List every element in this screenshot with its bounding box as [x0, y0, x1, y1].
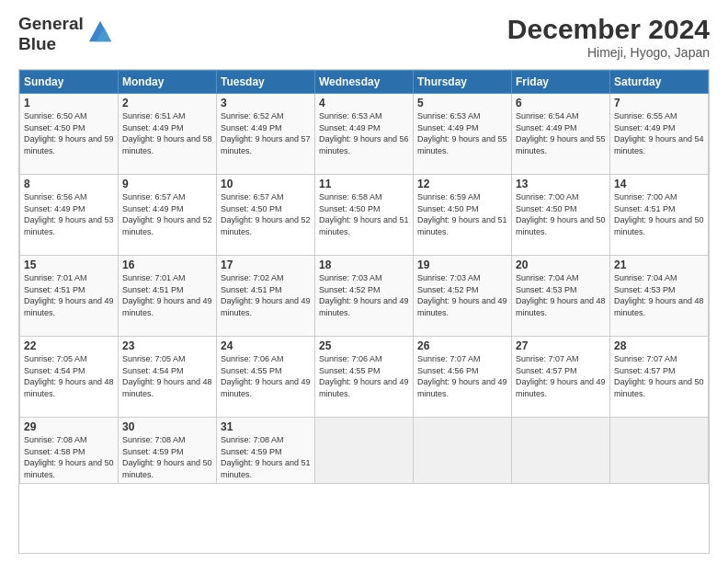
day-info: Sunrise: 6:57 AMSunset: 4:50 PMDaylight:…	[221, 191, 311, 237]
calendar-week-5: 29 Sunrise: 7:08 AMSunset: 4:58 PMDaylig…	[20, 418, 709, 484]
day-number: 8	[24, 178, 114, 190]
day-number: 6	[516, 97, 606, 109]
main-title: December 2024	[507, 14, 710, 45]
day-number: 21	[614, 259, 704, 271]
calendar-cell: 26 Sunrise: 7:07 AMSunset: 4:56 PMDaylig…	[414, 337, 512, 418]
calendar-cell: 18 Sunrise: 7:03 AMSunset: 4:52 PMDaylig…	[315, 256, 414, 337]
calendar-cell: 27 Sunrise: 7:07 AMSunset: 4:57 PMDaylig…	[512, 337, 610, 418]
day-info: Sunrise: 7:02 AMSunset: 4:51 PMDaylight:…	[221, 272, 311, 318]
day-number: 25	[319, 339, 409, 352]
calendar: SundayMondayTuesdayWednesdayThursdayFrid…	[18, 69, 710, 554]
calendar-week-2: 8 Sunrise: 6:56 AMSunset: 4:49 PMDayligh…	[20, 175, 709, 256]
day-info: Sunrise: 7:08 AMSunset: 4:59 PMDaylight:…	[221, 434, 311, 480]
calendar-cell: 6 Sunrise: 6:54 AMSunset: 4:49 PMDayligh…	[512, 94, 610, 175]
day-header-sunday: Sunday	[20, 71, 119, 94]
day-number: 13	[516, 178, 606, 190]
day-header-monday: Monday	[119, 71, 217, 94]
subtitle: Himeji, Hyogo, Japan	[507, 45, 710, 60]
header: GeneralBlue December 2024 Himeji, Hyogo,…	[18, 14, 710, 60]
day-number: 19	[417, 259, 507, 271]
day-info: Sunrise: 7:04 AMSunset: 4:53 PMDaylight:…	[614, 272, 704, 318]
day-info: Sunrise: 6:51 AMSunset: 4:49 PMDaylight:…	[122, 110, 212, 156]
day-number: 31	[221, 420, 311, 433]
calendar-cell: 12 Sunrise: 6:59 AMSunset: 4:50 PMDaylig…	[414, 175, 512, 256]
day-info: Sunrise: 7:07 AMSunset: 4:57 PMDaylight:…	[516, 353, 606, 399]
calendar-cell	[414, 418, 512, 484]
calendar-cell: 13 Sunrise: 7:00 AMSunset: 4:50 PMDaylig…	[512, 175, 610, 256]
day-header-thursday: Thursday	[414, 71, 512, 94]
day-number: 3	[221, 97, 311, 109]
day-number: 4	[319, 97, 409, 109]
calendar-cell	[610, 418, 709, 484]
calendar-cell: 25 Sunrise: 7:06 AMSunset: 4:55 PMDaylig…	[315, 337, 414, 418]
day-number: 28	[614, 339, 704, 352]
calendar-cell: 11 Sunrise: 6:58 AMSunset: 4:50 PMDaylig…	[315, 175, 414, 256]
day-info: Sunrise: 7:08 AMSunset: 4:59 PMDaylight:…	[122, 434, 212, 480]
day-info: Sunrise: 7:00 AMSunset: 4:51 PMDaylight:…	[614, 191, 704, 237]
day-info: Sunrise: 7:03 AMSunset: 4:52 PMDaylight:…	[417, 272, 507, 318]
day-number: 20	[516, 259, 606, 271]
day-number: 29	[24, 420, 114, 433]
calendar-cell: 3 Sunrise: 6:52 AMSunset: 4:49 PMDayligh…	[217, 94, 315, 175]
day-info: Sunrise: 6:53 AMSunset: 4:49 PMDaylight:…	[319, 110, 409, 156]
calendar-cell: 7 Sunrise: 6:55 AMSunset: 4:49 PMDayligh…	[610, 94, 709, 175]
calendar-cell: 5 Sunrise: 6:53 AMSunset: 4:49 PMDayligh…	[414, 94, 512, 175]
calendar-cell: 24 Sunrise: 7:06 AMSunset: 4:55 PMDaylig…	[217, 337, 315, 418]
day-number: 11	[319, 178, 409, 190]
day-info: Sunrise: 6:53 AMSunset: 4:49 PMDaylight:…	[417, 110, 507, 156]
day-info: Sunrise: 6:56 AMSunset: 4:49 PMDaylight:…	[24, 191, 114, 237]
calendar-cell: 28 Sunrise: 7:07 AMSunset: 4:57 PMDaylig…	[610, 337, 709, 418]
day-number: 18	[319, 259, 409, 271]
calendar-cell: 16 Sunrise: 7:01 AMSunset: 4:51 PMDaylig…	[119, 256, 217, 337]
day-info: Sunrise: 7:01 AMSunset: 4:51 PMDaylight:…	[24, 272, 114, 318]
calendar-cell: 15 Sunrise: 7:01 AMSunset: 4:51 PMDaylig…	[20, 256, 119, 337]
day-number: 24	[221, 339, 311, 352]
day-info: Sunrise: 7:03 AMSunset: 4:52 PMDaylight:…	[319, 272, 409, 318]
day-info: Sunrise: 7:01 AMSunset: 4:51 PMDaylight:…	[122, 272, 212, 318]
day-info: Sunrise: 7:06 AMSunset: 4:55 PMDaylight:…	[221, 353, 311, 399]
day-number: 17	[221, 259, 311, 271]
day-info: Sunrise: 7:07 AMSunset: 4:57 PMDaylight:…	[614, 353, 704, 399]
calendar-cell: 4 Sunrise: 6:53 AMSunset: 4:49 PMDayligh…	[315, 94, 414, 175]
day-number: 9	[122, 178, 212, 190]
calendar-header-row: SundayMondayTuesdayWednesdayThursdayFrid…	[20, 71, 709, 94]
day-number: 12	[417, 178, 507, 190]
day-info: Sunrise: 6:58 AMSunset: 4:50 PMDaylight:…	[319, 191, 409, 237]
calendar-cell: 9 Sunrise: 6:57 AMSunset: 4:49 PMDayligh…	[119, 175, 217, 256]
day-info: Sunrise: 6:59 AMSunset: 4:50 PMDaylight:…	[417, 191, 507, 237]
day-number: 2	[122, 97, 212, 109]
calendar-cell: 19 Sunrise: 7:03 AMSunset: 4:52 PMDaylig…	[414, 256, 512, 337]
day-info: Sunrise: 7:06 AMSunset: 4:55 PMDaylight:…	[319, 353, 409, 399]
page: GeneralBlue December 2024 Himeji, Hyogo,…	[0, 0, 728, 563]
calendar-cell	[512, 418, 610, 484]
logo-text: GeneralBlue	[18, 14, 84, 54]
day-number: 7	[614, 97, 704, 109]
day-info: Sunrise: 7:08 AMSunset: 4:58 PMDaylight:…	[24, 434, 114, 480]
calendar-cell: 22 Sunrise: 7:05 AMSunset: 4:54 PMDaylig…	[20, 337, 119, 418]
day-number: 5	[417, 97, 507, 109]
calendar-cell: 10 Sunrise: 6:57 AMSunset: 4:50 PMDaylig…	[217, 175, 315, 256]
day-info: Sunrise: 6:50 AMSunset: 4:50 PMDaylight:…	[24, 110, 114, 156]
day-number: 22	[24, 339, 114, 352]
calendar-week-1: 1 Sunrise: 6:50 AMSunset: 4:50 PMDayligh…	[20, 94, 709, 175]
day-header-friday: Friday	[512, 71, 610, 94]
calendar-cell: 20 Sunrise: 7:04 AMSunset: 4:53 PMDaylig…	[512, 256, 610, 337]
day-info: Sunrise: 6:52 AMSunset: 4:49 PMDaylight:…	[221, 110, 311, 156]
day-number: 10	[221, 178, 311, 190]
calendar-cell: 14 Sunrise: 7:00 AMSunset: 4:51 PMDaylig…	[610, 175, 709, 256]
calendar-body: 1 Sunrise: 6:50 AMSunset: 4:50 PMDayligh…	[20, 94, 709, 484]
day-number: 23	[122, 339, 212, 352]
day-number: 16	[122, 259, 212, 271]
day-number: 30	[122, 420, 212, 433]
day-info: Sunrise: 7:05 AMSunset: 4:54 PMDaylight:…	[122, 353, 212, 399]
calendar-cell: 1 Sunrise: 6:50 AMSunset: 4:50 PMDayligh…	[20, 94, 119, 175]
calendar-cell: 31 Sunrise: 7:08 AMSunset: 4:59 PMDaylig…	[217, 418, 315, 484]
day-number: 26	[417, 339, 507, 352]
day-number: 1	[24, 97, 114, 109]
day-info: Sunrise: 7:07 AMSunset: 4:56 PMDaylight:…	[417, 353, 507, 399]
calendar-cell: 21 Sunrise: 7:04 AMSunset: 4:53 PMDaylig…	[610, 256, 709, 337]
day-header-saturday: Saturday	[610, 71, 709, 94]
day-number: 14	[614, 178, 704, 190]
calendar-cell: 2 Sunrise: 6:51 AMSunset: 4:49 PMDayligh…	[119, 94, 217, 175]
calendar-cell	[315, 418, 414, 484]
